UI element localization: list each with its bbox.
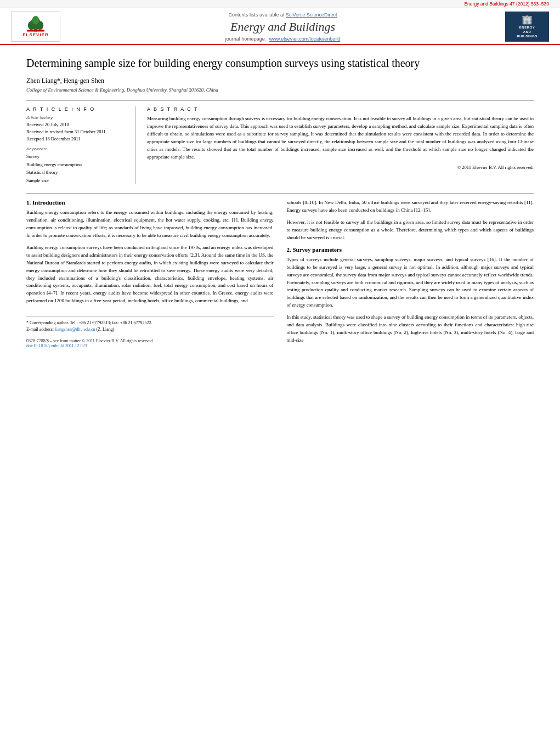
section2-para1: Types of surveys include general surveys… <box>287 256 534 310</box>
authors: Zhen Liang*, Heng-gen Shen <box>26 77 534 85</box>
journal-title: Energy and Buildings <box>71 20 494 34</box>
affiliation: College of Environmental Science & Engin… <box>26 87 534 93</box>
elsevier-text: ELSEVIER <box>22 32 49 37</box>
keywords-label: Keywords: <box>26 146 127 151</box>
article-info-heading: A R T I C L E I N F O <box>26 106 127 112</box>
abstract-heading: A B S T R A C T <box>147 106 534 112</box>
footnote-section: * Corresponding author. Tel.: +86 21 677… <box>26 316 274 333</box>
keywords-list: Survey Building energy consumption Stati… <box>26 152 127 184</box>
article-meta-section: A R T I C L E I N F O Article history: R… <box>26 106 534 184</box>
keyword-2: Building energy consumption <box>26 161 127 168</box>
received-date-2: Received in revised form 31 October 2011 <box>26 128 127 135</box>
col-left: 1. Introduction Building energy consumpt… <box>26 199 274 349</box>
sciverse-link[interactable]: SciVerse ScienceDirect <box>286 12 337 18</box>
keyword-3: Statistical theory <box>26 168 127 176</box>
abstract-section: A B S T R A C T Measuring building energ… <box>147 106 534 184</box>
main-content: Determining sample size for building ene… <box>0 45 560 360</box>
email-line: E-mail address: liangzhen@dhu.edu.cn (Z.… <box>26 326 274 333</box>
page: Energy and Buildings 47 (2012) 533–539 E… <box>0 0 560 741</box>
citation-text: Energy and Buildings 47 (2012) 533–539 <box>464 1 549 7</box>
section1-para2: Building energy consumption surveys have… <box>26 244 274 306</box>
elsevier-tree-icon <box>22 16 49 32</box>
history-label: Article history: <box>26 115 127 120</box>
journal-logo-right: 🏢 ENERGY AND BUILDINGS <box>505 12 549 42</box>
col-right: schools [8–10]. In New Delhi, India, 50 … <box>287 199 534 349</box>
section1-para1: Building energy consumption refers to th… <box>26 209 274 240</box>
keyword-4: Sample size <box>26 177 127 184</box>
doi: doi:10.1016/j.enbuild.2011.12.023 <box>26 343 274 348</box>
article-info: A R T I C L E I N F O Article history: R… <box>26 106 136 184</box>
elsevier-logo: ELSEVIER <box>11 12 60 42</box>
building-icon: 🏢 <box>522 14 533 25</box>
section2-heading: 2. Survey parameters <box>287 246 534 253</box>
section2-para2: In this study, statistical theory was us… <box>287 314 534 344</box>
body-columns: 1. Introduction Building energy consumpt… <box>26 199 534 349</box>
accepted-date: Accepted 18 December 2011 <box>26 135 127 143</box>
section1-heading: 1. Introduction <box>26 199 274 206</box>
email-link[interactable]: liangzhen@dhu.edu.cn <box>55 327 95 332</box>
svg-point-4 <box>32 16 39 25</box>
section1-right-para1: schools [8–10]. In New Delhi, India, 50 … <box>287 199 534 214</box>
keyword-1: Survey <box>26 152 127 160</box>
copyright-bottom: 0378-7788/$ – see front matter © 2011 El… <box>26 338 274 343</box>
journal-center: Contents lists available at SciVerse Sci… <box>60 12 505 42</box>
journal-header: ELSEVIER Contents lists available at Sci… <box>0 8 560 45</box>
section1-right-para2: However, it is not feasible to survey al… <box>287 219 534 242</box>
abstract-text: Measuring building energy consumption th… <box>147 115 534 161</box>
keywords-section: Keywords: Survey Building energy consump… <box>26 146 127 184</box>
divider-2 <box>26 193 534 194</box>
citation-bar: Energy and Buildings 47 (2012) 533–539 <box>0 0 560 8</box>
homepage-link[interactable]: www.elsevier.com/locate/enbuild <box>269 36 341 42</box>
bottom-bar: 0378-7788/$ – see front matter © 2011 El… <box>26 338 274 348</box>
svg-rect-5 <box>27 30 44 31</box>
sciverse-line: Contents lists available at SciVerse Sci… <box>71 12 494 18</box>
article-title: Determining sample size for building ene… <box>26 56 534 70</box>
divider <box>26 100 534 101</box>
corresponding-author: * Corresponding author. Tel.: +86 21 677… <box>26 320 274 326</box>
copyright: © 2011 Elsevier B.V. All rights reserved… <box>147 165 534 170</box>
journal-homepage: journal homepage: www.elsevier.com/locat… <box>71 36 494 42</box>
received-date-1: Received 20 July 2010 <box>26 121 127 128</box>
